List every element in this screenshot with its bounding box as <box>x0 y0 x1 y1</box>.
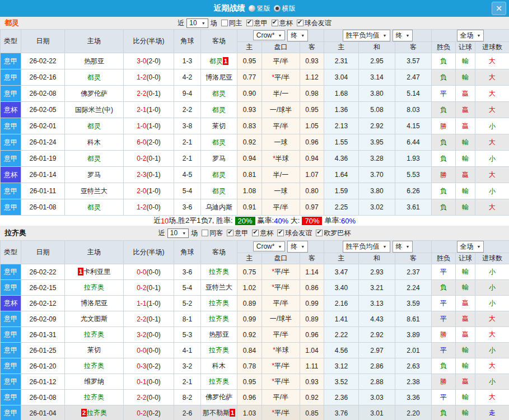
close-button[interactable]: ✕ <box>492 2 506 15</box>
fulltime-score: 0-3 <box>137 362 146 370</box>
checked-checkbox-icon[interactable] <box>316 230 323 236</box>
league-badge: 意杯 <box>1 102 21 118</box>
match-date: 26-02-15 <box>21 280 65 296</box>
summary-segment: 单率: <box>324 216 341 226</box>
score-cell: 2-2(0-1) <box>124 86 174 102</box>
chevron-down-icon: ▼ <box>406 245 410 249</box>
team-label: 都灵 <box>209 57 223 65</box>
avg-odds-select[interactable]: 胜平负均值▼ <box>343 241 390 253</box>
halftime-score: (1-0) <box>147 122 161 130</box>
radio-vertical-label[interactable]: 竖版 <box>257 4 270 13</box>
handicap: *平/半 <box>262 405 300 420</box>
checked-checkbox-icon[interactable] <box>227 230 234 236</box>
filter-checkbox-球会友谊[interactable]: 球会友谊 <box>297 18 331 28</box>
team-label: 科木 <box>87 138 101 146</box>
result-goals: 大 <box>475 134 509 151</box>
unchecked-checkbox-icon[interactable] <box>202 230 208 236</box>
team-label: 都灵 <box>87 203 101 211</box>
full-match-select-label: 全场 <box>460 31 474 40</box>
checked-checkbox-icon[interactable] <box>277 230 284 236</box>
radio-horizontal-icon[interactable] <box>274 5 281 12</box>
filter-checkbox-意杯[interactable]: 意杯 <box>272 18 293 28</box>
filter-checkbox-意杯[interactable]: 意杯 <box>252 228 273 238</box>
odds-final-select[interactable]: 终▼ <box>287 241 308 253</box>
filter-checkbox-意甲[interactable]: 意甲 <box>246 18 268 28</box>
checked-checkbox-icon[interactable] <box>297 20 303 26</box>
avg-odds-select[interactable]: 胜平负均值▼ <box>343 30 390 41</box>
checkbox-label: 球会友谊 <box>285 228 312 238</box>
full-group-header: 全场▼ <box>432 30 509 42</box>
avg-draw: 3.03 <box>359 390 395 405</box>
avg-final-select[interactable]: 终▼ <box>393 241 413 253</box>
checkbox-label: 意杯 <box>260 228 273 238</box>
league-badge: 意杯 <box>1 296 21 311</box>
layout-horizontal-option[interactable]: 横版 <box>274 4 296 13</box>
table-row: 意甲26-02-15拉齐奥0-2(0-1)5-4亚特兰大1.02*平/半0.86… <box>1 280 509 296</box>
handicap-label: 半球 <box>275 155 289 162</box>
col-home: 主场 <box>65 241 124 264</box>
full-match-select[interactable]: 全场▼ <box>457 30 484 41</box>
odds-company-select[interactable]: Crow*▼ <box>253 30 286 40</box>
team-label: 拉齐奥 <box>209 346 229 354</box>
team-label: 博洛尼亚 <box>81 299 108 307</box>
checked-checkbox-icon[interactable] <box>252 230 259 236</box>
score-cell: 1-1(1-0) <box>124 296 174 311</box>
avg-final-select[interactable]: 终▼ <box>393 30 413 41</box>
match-date: 26-01-20 <box>21 358 65 374</box>
odds-final-select[interactable]: 终▼ <box>287 30 308 41</box>
filter-checkbox-欧罗巴杯[interactable]: 欧罗巴杯 <box>316 228 351 238</box>
table-row: 意杯26-01-14罗马2-3(0-1)4-5都灵0.81半/一1.071.64… <box>1 167 509 183</box>
col-type: 类型 <box>1 30 21 53</box>
unchecked-checkbox-icon[interactable] <box>221 20 228 26</box>
avg-subheader: 和 <box>359 253 395 264</box>
home-team: 热那亚 <box>65 53 124 69</box>
handicap-label: 平/半 <box>273 122 288 130</box>
handicap: *半球 <box>262 343 300 358</box>
checked-checkbox-icon[interactable] <box>246 20 253 26</box>
result-outcome: 負 <box>432 134 456 151</box>
filter-checkbox-意甲[interactable]: 意甲 <box>227 228 248 238</box>
filter-checkbox-球会友谊[interactable]: 球会友谊 <box>277 228 312 238</box>
league-badge: 意甲 <box>1 53 21 69</box>
result-goals: 小 <box>475 183 509 199</box>
radio-horizontal-label[interactable]: 横版 <box>282 4 296 13</box>
avg-home: 2.13 <box>324 118 359 134</box>
col-score: 比分(半场) <box>124 241 174 264</box>
odds-company-select[interactable]: Crow*▼ <box>253 241 286 251</box>
avg-draw: 3.21 <box>359 280 395 296</box>
league-badge: 意甲 <box>1 86 21 102</box>
avg-away: 3.36 <box>395 390 432 405</box>
chevron-down-icon: ▼ <box>477 34 481 38</box>
full-group-header: 全场▼ <box>432 241 509 253</box>
result-outcome: 負 <box>432 151 456 167</box>
filter-controls: 近10▼场同主意甲意杯球会友谊 <box>178 18 331 28</box>
table-header-row: 类型日期主场比分(半场)角球客场Crow*▼终▼胜平负均值▼终▼全场▼ <box>1 241 509 253</box>
radio-vertical-icon[interactable] <box>249 5 255 12</box>
away-team: 亚特兰大 <box>201 280 237 296</box>
match-date: 26-02-09 <box>21 311 65 327</box>
games-count-select[interactable]: 10▼ <box>186 18 208 28</box>
games-count-select[interactable]: 10▼ <box>167 228 189 238</box>
fulltime-score: 1-2 <box>137 203 146 211</box>
handicap: 平/半 <box>262 53 300 69</box>
score-cell: 0-0(0-0) <box>124 343 174 358</box>
full-subheader: 进球数 <box>475 42 509 53</box>
home-team: 博洛尼亚 <box>65 296 124 311</box>
fulltime-score: 2-2 <box>137 394 146 402</box>
games-count-value: 10 <box>170 229 178 237</box>
avg-home: 1.36 <box>324 102 359 118</box>
team-label: 维罗纳 <box>84 377 104 385</box>
filter-controls: 近10▼场同客意甲意杯球会友谊欧罗巴杯 <box>158 228 351 238</box>
filter-checkbox-同主[interactable]: 同主 <box>221 18 242 28</box>
summary-segment: 60% <box>341 217 356 225</box>
home-team: 尤文图斯 <box>65 311 124 327</box>
checked-checkbox-icon[interactable] <box>272 20 278 26</box>
layout-vertical-option[interactable]: 竖版 <box>249 4 270 13</box>
result-handicap: 輸 <box>456 53 475 69</box>
full-match-select[interactable]: 全场▼ <box>457 241 484 253</box>
filter-checkbox-同客[interactable]: 同客 <box>202 228 223 238</box>
odds-group-header: Crow*▼终▼ <box>237 30 324 42</box>
odds-subheader: 客 <box>300 253 324 264</box>
score-cell: 2-2(0-0) <box>124 390 174 405</box>
halftime-score: (0-0) <box>147 268 161 276</box>
